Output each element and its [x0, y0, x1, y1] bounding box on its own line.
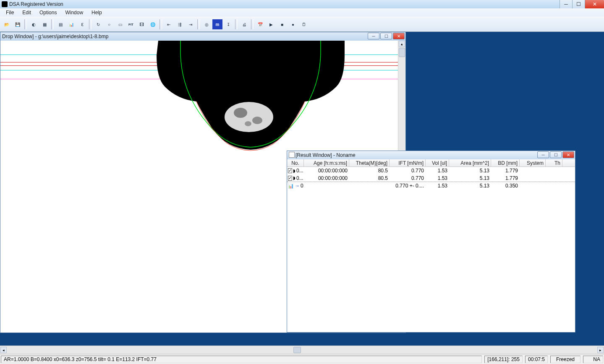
toolbar-separator — [89, 19, 92, 29]
table-row[interactable]: ✓◗0...00:00:00:00080.50.7701.535.131.779 — [287, 174, 575, 182]
toolbar-separator — [251, 19, 254, 29]
drop-close-button[interactable]: ✕ — [393, 33, 405, 39]
cell: 80.5 — [349, 168, 390, 174]
stats-icon: 📊 — [288, 183, 294, 189]
table-row[interactable]: ✓◗0...00:00:00:00080.50.7701.535.131.779 — [287, 167, 575, 174]
cell-no: 0... — [296, 175, 303, 181]
scroll-right-icon[interactable]: ▸ — [597, 347, 604, 353]
close-button[interactable]: ✕ — [585, 0, 604, 8]
menu-options[interactable]: Options — [36, 9, 60, 16]
icon-right[interactable]: ⇥ — [186, 19, 196, 29]
icon-burst[interactable]: ⇶ — [175, 19, 185, 29]
titlebar: DSA Registered Version ─ ☐ ✕ — [0, 0, 604, 8]
icon-drop[interactable]: ◐ — [29, 19, 39, 29]
app-title: DSA Registered Version — [9, 1, 63, 7]
col-th[interactable]: Th — [546, 159, 562, 166]
cell: 1.779 — [491, 168, 520, 174]
cell-no: 0... — [301, 183, 304, 189]
cell: 5.13 — [449, 168, 491, 174]
status-state: Freezed — [550, 356, 580, 363]
col-ift-mn-m-[interactable]: IFT [mN/m] — [390, 159, 426, 166]
result-table-body: ✓◗0...00:00:00:00080.50.7701.535.131.779… — [287, 167, 575, 332]
cell: 0.770 — [390, 168, 426, 174]
svg-point-1 — [234, 108, 247, 118]
menu-window[interactable]: Window — [62, 9, 86, 16]
statusbar: AR=1.0000 B=0.8400 x0=636.3 z0=756.5 til… — [0, 354, 604, 364]
result-window-icon — [289, 152, 295, 158]
cell: ✓◗0... — [287, 175, 304, 181]
result-table-header: No.Age [h:m:s:ms]Theta(M)[deg]IFT [mN/m]… — [287, 159, 575, 167]
cell: 80.5 — [349, 175, 390, 181]
table-row[interactable]: 📊→0...0.770 +- 0....1.535.130.350 — [287, 182, 575, 190]
scroll-thumb[interactable] — [399, 48, 405, 57]
col-system[interactable]: System — [520, 159, 546, 166]
svg-point-3 — [245, 121, 251, 126]
app-icon — [2, 1, 8, 7]
icon-rec[interactable]: ● — [288, 19, 298, 29]
row-checkbox[interactable]: ✓ — [288, 176, 292, 181]
cell: 0.770 +- 0.... — [390, 183, 426, 189]
col-no-[interactable]: No. — [287, 159, 304, 166]
scroll-left-icon[interactable]: ◂ — [0, 347, 7, 353]
icon-m[interactable]: m — [212, 19, 222, 29]
menu-file[interactable]: File — [3, 9, 17, 16]
row-checkbox[interactable]: ✓ — [288, 168, 292, 173]
icon-grid[interactable]: ▤ — [55, 19, 65, 29]
icon-print[interactable]: 🖨 — [239, 19, 249, 29]
result-min-button[interactable]: ─ — [537, 151, 549, 158]
result-close-button[interactable]: ✕ — [562, 151, 574, 158]
cell: ✓◗0... — [287, 168, 304, 174]
toolbar: 📂💾◐▦▤📊ℇ↻○▭FIT🎞🌐⇤⇶⇥◎m↧🖨📅▶■●🗒 — [0, 17, 604, 32]
scroll-up-icon[interactable]: ▴ — [399, 41, 405, 47]
cell: 5.13 — [449, 175, 491, 181]
maximize-button[interactable]: ☐ — [572, 0, 585, 8]
toolbar-separator — [24, 19, 27, 29]
menu-edit[interactable]: Edit — [19, 9, 34, 16]
icon-circ[interactable]: ○ — [104, 19, 114, 29]
toolbar-separator — [159, 19, 162, 29]
icon-calc[interactable]: 🗒 — [299, 19, 309, 29]
col-age-h-m-s-ms-[interactable]: Age [h:m:s:ms] — [304, 159, 349, 166]
icon-save[interactable]: 💾 — [13, 19, 23, 29]
cell: 1.779 — [491, 175, 520, 181]
icon-stop[interactable]: ■ — [277, 19, 287, 29]
status-coord: [166,211]: 255 — [484, 356, 523, 363]
col-theta-m-deg-[interactable]: Theta(M)[deg] — [349, 159, 390, 166]
icon-table[interactable]: ▦ — [39, 19, 50, 29]
drop-max-button[interactable]: ☐ — [380, 33, 392, 39]
icon-fit[interactable]: FIT — [126, 19, 136, 29]
icon-cal[interactable]: 📅 — [255, 19, 265, 29]
icon-play[interactable]: ▶ — [266, 19, 276, 29]
toolbar-separator — [235, 19, 238, 29]
drop-icon: ◗ — [293, 175, 295, 181]
cell: 00:00:00:000 — [304, 168, 349, 174]
mdi-area: Drop Window] - g:\users\jaime\desktop\1-… — [0, 32, 435, 346]
col-bd-mm-[interactable]: BD [mm] — [491, 159, 520, 166]
window-buttons: ─ ☐ ✕ — [560, 0, 604, 8]
col-vol-ul-[interactable]: Vol [ul] — [426, 159, 449, 166]
icon-film[interactable]: 🎞 — [137, 19, 147, 29]
menu-help[interactable]: Help — [88, 9, 105, 16]
icon-pipette[interactable]: ↧ — [223, 19, 233, 29]
minimize-button[interactable]: ─ — [560, 0, 572, 8]
icon-chart[interactable]: 📊 — [66, 19, 76, 29]
cell: 1.53 — [426, 183, 449, 189]
svg-point-2 — [252, 117, 262, 124]
icon-rect[interactable]: ▭ — [115, 19, 125, 29]
status-na: NA — [583, 356, 603, 363]
icon-globe[interactable]: 🌐 — [148, 19, 158, 29]
scroll-thumb-h[interactable] — [293, 347, 301, 353]
icon-left[interactable]: ⇤ — [164, 19, 174, 29]
icon-epsilon[interactable]: ℇ — [77, 19, 87, 29]
result-window: [Result Window] - Noname ─ ☐ ✕ No.Age [h… — [287, 151, 575, 333]
drop-min-button[interactable]: ─ — [368, 33, 379, 39]
icon-refresh[interactable]: ↻ — [93, 19, 103, 29]
icon-target[interactable]: ◎ — [201, 19, 212, 29]
workspace-scrollbar-horizontal[interactable]: ◂ ▸ — [0, 346, 604, 354]
drop-window-title[interactable]: Drop Window] - g:\users\jaime\desktop\1-… — [0, 32, 405, 41]
result-max-button[interactable]: ☐ — [550, 151, 562, 158]
icon-open[interactable]: 📂 — [2, 19, 12, 29]
cell: 00:00:00:000 — [304, 175, 349, 181]
col-area-mm-2-[interactable]: Area [mm^2] — [449, 159, 491, 166]
result-window-title[interactable]: [Result Window] - Noname ─ ☐ ✕ — [287, 151, 575, 159]
